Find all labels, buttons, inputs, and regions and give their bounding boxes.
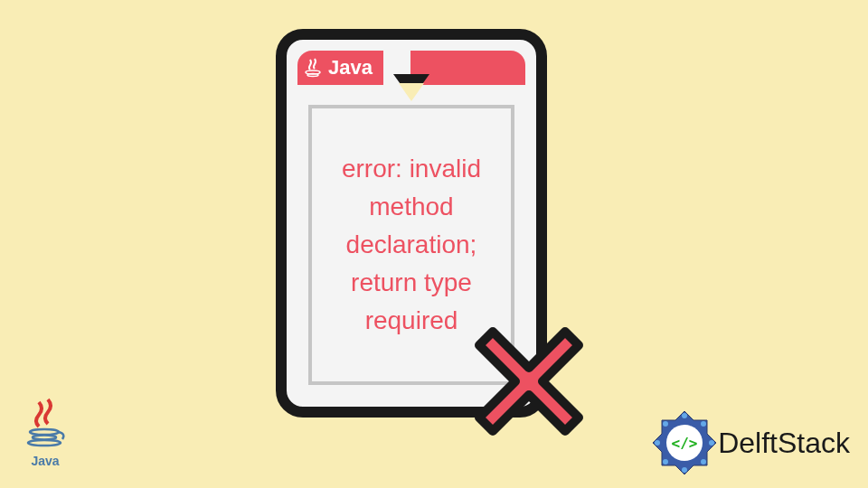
svg-point-14: [663, 421, 668, 427]
java-cup-icon: [23, 398, 68, 452]
java-badge: Java: [297, 51, 383, 85]
svg-point-11: [682, 467, 687, 473]
svg-point-12: [663, 459, 668, 465]
java-corner-label: Java: [31, 454, 59, 468]
error-x-icon: [466, 318, 592, 445]
svg-point-8: [701, 421, 706, 427]
error-message: error: invalid method declaration; retur…: [326, 150, 496, 340]
document-card: Java error: invalid method declaration; …: [276, 29, 547, 436]
java-badge-label: Java: [328, 56, 373, 80]
delftstack-brand: </> DelftStack: [648, 407, 850, 479]
delftstack-label: DelftStack: [718, 427, 850, 460]
delftstack-logo-icon: </>: [648, 407, 721, 479]
svg-point-9: [709, 440, 714, 446]
svg-text:</>: </>: [672, 435, 698, 452]
svg-point-13: [655, 440, 660, 446]
java-corner-logo: Java: [18, 398, 72, 470]
svg-point-2: [30, 429, 59, 435]
svg-point-7: [682, 413, 687, 418]
java-steam-icon: [303, 57, 325, 79]
svg-point-1: [307, 74, 318, 77]
svg-point-10: [701, 459, 706, 465]
svg-point-4: [28, 440, 61, 446]
